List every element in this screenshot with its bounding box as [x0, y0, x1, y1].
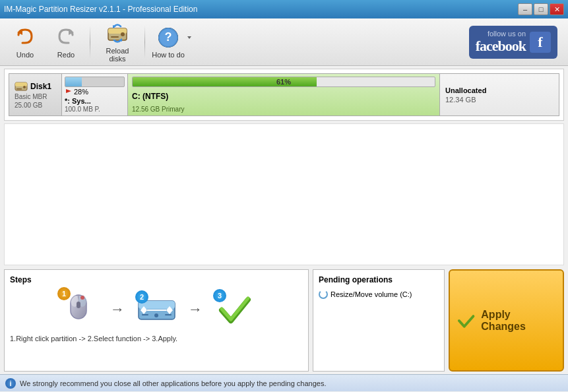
disk-type: Basic MBR — [15, 93, 56, 100]
system-size: 100.0 MB P. — [65, 106, 125, 113]
reload-label: Reload disks — [97, 47, 138, 63]
status-message: We strongly recommend you close all othe… — [20, 379, 327, 387]
system-flag-icon — [65, 88, 73, 96]
bottom-area: Steps 1 — [4, 269, 564, 372]
title-controls: – □ ✕ — [518, 3, 564, 15]
pending-title: Pending operations — [319, 275, 439, 284]
svg-rect-22 — [77, 302, 80, 308]
maximize-button[interactable]: □ — [534, 3, 548, 15]
c-name: C: (NTFS) — [132, 92, 435, 101]
svg-rect-5 — [111, 36, 119, 38]
facebook-f-icon: f — [530, 32, 551, 53]
close-button[interactable]: ✕ — [550, 3, 564, 15]
pending-item-1: Resize/Move volume (C:) — [319, 290, 439, 299]
facebook-logo: facebook — [476, 38, 526, 55]
unallocated-partition[interactable]: Unallocated 12.34 GB — [440, 74, 559, 115]
pending-panel: Pending operations Resize/Move volume (C… — [313, 269, 445, 372]
steps-description: 1.Right click partition -> 2.Select func… — [10, 335, 303, 343]
svg-point-4 — [121, 32, 125, 36]
title-bar: IM-Magic Partition Resizer v2.1.1 - Prof… — [0, 0, 568, 18]
steps-content: 1 — [10, 290, 303, 329]
apply-button-label: Apply Changes — [481, 309, 556, 333]
status-bar: i We strongly recommend you close all ot… — [0, 374, 568, 391]
workspace — [4, 123, 564, 265]
svg-text:?: ? — [165, 30, 172, 44]
unalloc-size: 12.34 GB — [445, 96, 553, 104]
svg-point-15 — [23, 86, 26, 88]
svg-rect-14 — [15, 82, 27, 86]
c-bar: 61% — [132, 77, 435, 87]
title-text: IM-Magic Partition Resizer v2.1.1 - Prof… — [4, 5, 197, 14]
svg-rect-33 — [165, 314, 172, 315]
c-size: 12.56 GB Primary — [132, 106, 435, 113]
disk-row: Disk1 Basic MBR 25.00 GB 28% *: Sys... 1… — [9, 73, 559, 116]
system-partition[interactable]: 28% *: Sys... 100.0 MB P. — [62, 74, 128, 115]
howto-icon: ? — [156, 26, 180, 49]
disk-name: Disk1 — [30, 82, 51, 91]
partition-bars: 28% *: Sys... 100.0 MB P. 61% C: (NTFS) … — [62, 74, 559, 115]
steps-panel: Steps 1 — [4, 269, 309, 372]
system-bar — [65, 77, 125, 87]
step-3: 3 — [208, 292, 261, 328]
howto-button[interactable]: ? How to do — [149, 22, 195, 62]
c-partition[interactable]: 61% C: (NTFS) 12.56 GB Primary — [128, 74, 440, 115]
system-bar-fill — [65, 77, 82, 86]
toolbar-left: Undo Redo — [5, 22, 195, 62]
disk-display-area: Disk1 Basic MBR 25.00 GB 28% *: Sys... 1… — [4, 69, 564, 121]
svg-point-23 — [80, 296, 84, 300]
follow-text: follow us on — [488, 30, 526, 38]
svg-marker-12 — [187, 36, 191, 39]
toolbar: Undo Redo — [0, 18, 568, 66]
apply-check-icon — [457, 311, 476, 331]
undo-icon — [13, 26, 37, 49]
step-2: 2 — [130, 293, 183, 326]
dropdown-arrow-icon — [186, 34, 193, 41]
step-arrow-1: → — [110, 301, 125, 318]
apply-changes-button[interactable]: Apply Changes — [449, 269, 564, 372]
step-arrow-2: → — [188, 301, 203, 318]
howto-label: How to do — [152, 51, 185, 59]
disk-icon — [15, 81, 28, 92]
pending-spinner — [319, 290, 328, 299]
svg-marker-17 — [66, 89, 71, 93]
unalloc-label: Unallocated — [445, 86, 553, 94]
system-name: *: Sys... — [65, 97, 125, 105]
step-1: 1 — [52, 290, 105, 329]
undo-label: Undo — [16, 51, 34, 59]
pending-item-label: Resize/Move volume (C:) — [331, 290, 412, 298]
steps-title: Steps — [10, 275, 303, 284]
svg-rect-16 — [16, 88, 22, 90]
facebook-banner[interactable]: follow us on facebook f — [469, 26, 557, 59]
svg-rect-32 — [142, 314, 148, 315]
step-badge-3: 3 — [213, 289, 226, 302]
system-pct: 28% — [74, 88, 88, 96]
info-icon: i — [5, 378, 16, 389]
step-badge-1: 1 — [57, 287, 71, 300]
disk-size: 25.00 GB — [15, 102, 56, 109]
toolbar-separator — [90, 26, 90, 59]
reload-icon — [106, 22, 129, 46]
undo-button[interactable]: Undo — [5, 22, 45, 62]
toolbar-separator-2 — [144, 26, 145, 59]
svg-point-31 — [154, 313, 158, 317]
redo-icon — [54, 26, 78, 49]
disk-label: Disk1 Basic MBR 25.00 GB — [9, 74, 62, 115]
reload-button[interactable]: Reload disks — [94, 22, 141, 62]
step-badge-2: 2 — [135, 290, 148, 304]
redo-label: Redo — [57, 51, 75, 59]
minimize-button[interactable]: – — [518, 3, 532, 15]
redo-button[interactable]: Redo — [46, 22, 86, 62]
disk-title: Disk1 — [15, 81, 56, 92]
c-bar-label: 61% — [133, 77, 435, 86]
